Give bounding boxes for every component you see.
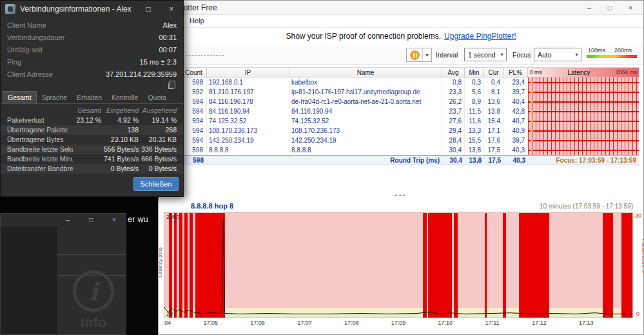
target-address-field[interactable]: ------------- xyxy=(186,50,225,58)
stat-gesamt: 23.12 % xyxy=(73,116,104,125)
field-label: Ping xyxy=(7,56,21,68)
stats-row: Übertragene Pakete 138 268 xyxy=(1,125,183,135)
header-min[interactable]: Min xyxy=(465,68,484,77)
cell-pl: 40,4 xyxy=(503,97,528,107)
stats-tab[interactable]: Kontrolle xyxy=(107,92,142,103)
upgrade-link[interactable]: Upgrade PingPlotter! xyxy=(444,32,516,41)
maximize-button[interactable]: □ xyxy=(600,1,620,15)
latency-scale-min: 0 ms xyxy=(530,68,542,77)
hop-row[interactable]: 594 84.116.196.178 de-fra04d-rc1-re0-aor… xyxy=(181,97,639,107)
latency-mini-graph xyxy=(528,116,639,126)
hop-row[interactable]: 592 81.210.176.197 ip-81-210-176-197.hsi… xyxy=(181,87,639,97)
stat-ausgehend: 268 xyxy=(141,125,179,135)
copy-address-icon[interactable] xyxy=(169,81,175,88)
cell-name: ip-81-210-176-197.hsi17.unitymediagroup.… xyxy=(289,87,442,97)
close-button[interactable]: × xyxy=(620,1,641,15)
header-name[interactable]: Name xyxy=(289,68,442,77)
close-button[interactable]: × xyxy=(102,214,126,227)
cell-name: de-fra04d-rc1-re0-aorta-net-ae-21-0.aort… xyxy=(289,97,442,107)
stat-label: Paketverlust xyxy=(6,116,73,125)
background-window: – □ × i Info xyxy=(0,213,126,335)
x-tick-label: 17:05 xyxy=(204,320,219,326)
stat-gesamt xyxy=(73,145,104,154)
splitter-grip-icon[interactable]: ••• xyxy=(395,192,407,199)
stats-tab[interactable]: Erhalten xyxy=(72,92,106,103)
x-tick-label: 17:10 xyxy=(438,320,453,326)
spacer xyxy=(207,156,289,165)
dialog-titlebar[interactable]: Verbindungsinformationen - Alex – □ × xyxy=(1,1,183,17)
x-tick-label: 17:09 xyxy=(391,320,406,326)
hop-table-header[interactable]: Count IP Name Avg Min Cur PL% 0 ms Laten… xyxy=(181,67,639,77)
timeline-plot-area[interactable]: 2080 20 xyxy=(164,212,633,318)
pause-dropdown-arrow-icon[interactable]: ▼ xyxy=(422,48,431,61)
cell-min: 8,9 xyxy=(465,97,484,107)
stat-ausgehend: 336 Bytes/s xyxy=(141,145,179,154)
info-watermark-icon: i xyxy=(73,270,114,312)
cell-avg: 26,2 xyxy=(442,97,465,107)
header-avg[interactable]: Avg xyxy=(442,68,465,77)
stats-tab[interactable]: Quota xyxy=(143,92,171,103)
latency-mini-graph xyxy=(528,87,639,97)
pingplotter-toolbar: ------------- ▼ Interval 1 second ▼ Focu… xyxy=(159,45,643,65)
pingplotter-titlebar[interactable]: PingPlotter Free – □ × xyxy=(159,1,643,15)
hop-row[interactable]: 594 74.125.32.52 74.125.32.52 27,6 11,6 … xyxy=(181,116,639,126)
legend-high-label: 200ms xyxy=(614,47,632,54)
round-trip-row[interactable]: 598 Round Trip (ms) 30,4 13,8 17,5 40,3 … xyxy=(181,155,639,165)
latency-scale-max: 2064 ms xyxy=(616,68,637,77)
minimize-button[interactable]: – xyxy=(113,1,137,17)
pause-trace-button[interactable]: ▼ xyxy=(406,48,432,62)
latency-mini-graph xyxy=(528,97,639,107)
header-ip[interactable]: IP xyxy=(207,68,289,77)
timeline-target-label[interactable]: 8.8.8.8 hop 8 xyxy=(191,202,233,210)
stat-label: Übertragene Bytes xyxy=(6,135,73,145)
header-latency[interactable]: 0 ms Latency 2064 ms xyxy=(528,68,639,77)
cell-ip: 74.125.32.52 xyxy=(207,116,289,126)
latency-mini-graph xyxy=(528,126,639,136)
cell-name: 74.125.32.52 xyxy=(289,116,442,126)
x-tick-label: 17:04 xyxy=(164,320,171,326)
connection-field-row: Client Adresse 37.201.214.229:35959 xyxy=(1,68,183,81)
menu-help[interactable]: Help xyxy=(190,17,204,25)
field-label: Client Adresse xyxy=(7,68,53,81)
timeline-graph: Latency (ms) 2080 20 30 0 Packet Loss % xyxy=(159,211,643,318)
connection-field-row: Ping 15 ms ± 2.3 xyxy=(1,56,183,68)
stats-table-header: Gesamt Eingehend Ausgehend xyxy=(1,105,183,116)
upgrade-banner: Show your ISP proof of connection proble… xyxy=(159,28,643,45)
field-value: 00:07 xyxy=(159,44,177,56)
pane-splitter[interactable]: ••• xyxy=(159,165,643,202)
stats-tab[interactable]: Gesamt xyxy=(3,91,37,103)
hop-row[interactable]: 598 192.168.0.1 kabelbox 0,8 0,3 0,4 23,… xyxy=(181,77,639,87)
cell-count: 598 xyxy=(181,77,207,87)
header-pl[interactable]: PL% xyxy=(503,68,528,77)
stats-tabs: GesamtSpracheErhaltenKontrolleQuota xyxy=(1,90,183,104)
stats-tab[interactable]: Sprache xyxy=(37,92,72,103)
cell-ip: 84.116.190.94 xyxy=(207,107,289,116)
minimize-button[interactable]: – xyxy=(579,1,600,15)
hop-row[interactable]: 594 108.170.236.173 108.170.236.173 29,4… xyxy=(181,126,639,136)
round-trip-label: Round Trip (ms) xyxy=(289,156,442,165)
cell-avg: 29,4 xyxy=(442,126,465,136)
close-dialog-button[interactable]: Schließen xyxy=(133,177,179,191)
cell-name: 84.116.190.94 xyxy=(289,107,442,116)
interval-value: 1 second xyxy=(468,51,496,59)
hop-row[interactable]: 598 8.8.8.8 8.8.8.8 30,4 13,8 17,5 40,3 xyxy=(181,145,639,155)
pingplotter-window: PingPlotter Free – □ × Help Show your IS… xyxy=(158,0,644,335)
hop-row[interactable]: 594 142.250.234.19 142.250.234.19 28,4 1… xyxy=(181,136,639,145)
connection-fields: Client Name Alex Verbindungsdauer 00:31 … xyxy=(1,19,183,81)
connection-field-row: Client Name Alex xyxy=(1,19,183,32)
cell-pl: 39,7 xyxy=(503,136,528,145)
header-cur[interactable]: Cur xyxy=(484,68,503,77)
cell-ip: 142.250.234.19 xyxy=(207,136,289,145)
focus-select[interactable]: Auto ▼ xyxy=(534,48,581,61)
cell-ip: 81.210.176.197 xyxy=(207,87,289,97)
close-button[interactable]: × xyxy=(160,1,183,17)
header-count[interactable]: Count xyxy=(181,68,207,77)
maximize-button[interactable]: □ xyxy=(79,214,102,227)
stat-eingehend: 741 Bytes/s xyxy=(104,154,141,164)
hop-table: Count IP Name Avg Min Cur PL% 0 ms Laten… xyxy=(181,67,639,165)
hop-row[interactable]: 594 84.116.190.94 84.116.190.94 23,7 11,… xyxy=(181,107,639,116)
interval-select[interactable]: 1 second ▼ xyxy=(464,48,507,61)
y-axis-max: 2080 xyxy=(166,214,179,220)
maximize-button[interactable]: □ xyxy=(137,1,160,17)
minimize-button[interactable]: – xyxy=(56,214,79,227)
